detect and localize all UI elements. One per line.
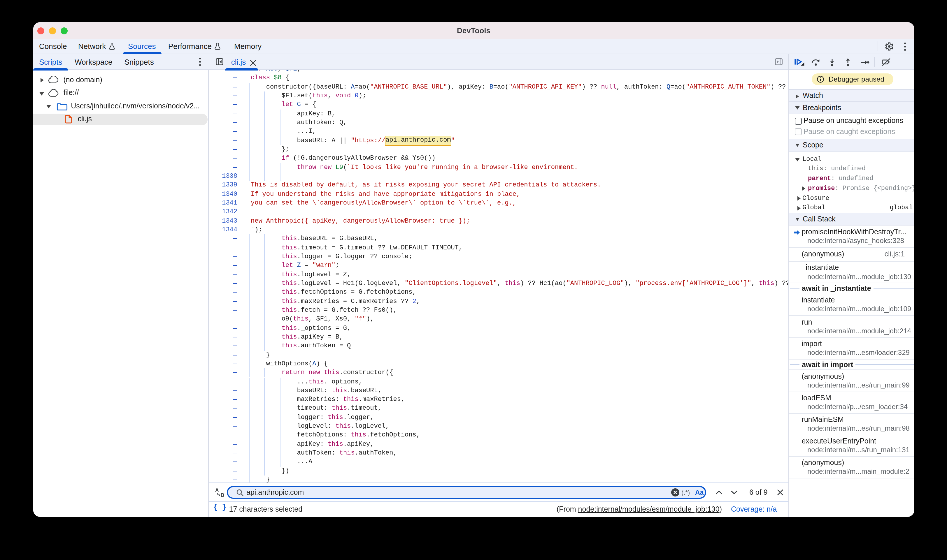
svg-text:A: A bbox=[215, 488, 218, 493]
svg-text:B: B bbox=[221, 492, 224, 497]
